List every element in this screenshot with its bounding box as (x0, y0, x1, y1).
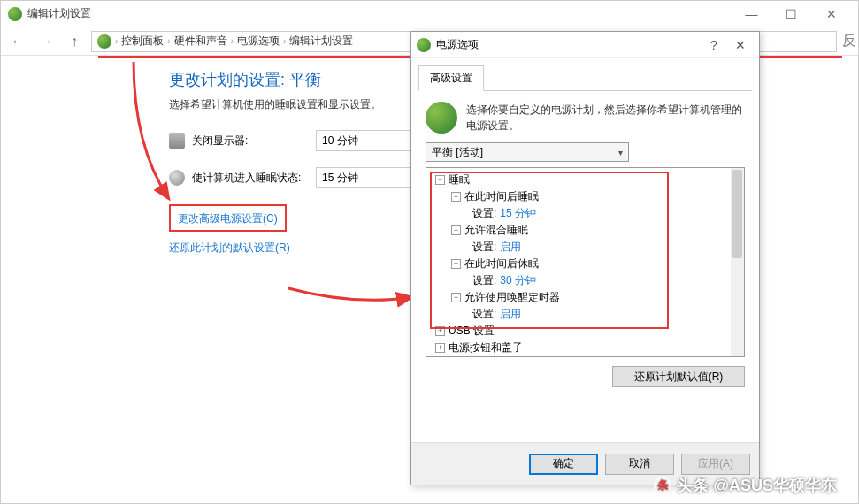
setting-value-display[interactable]: 10 分钟 (316, 130, 413, 151)
minimize-button[interactable]: — (732, 1, 771, 27)
help-button[interactable]: ? (701, 38, 727, 52)
collapse-icon[interactable]: − (451, 259, 461, 269)
dialog-titlebar: 电源选项 ? ✕ (411, 32, 759, 58)
expand-icon[interactable]: + (435, 326, 445, 336)
cancel-button[interactable]: 取消 (605, 454, 674, 475)
chevron-down-icon: ▾ (618, 148, 623, 157)
scrollbar-thumb[interactable] (732, 170, 742, 258)
setting-label: 使计算机进入睡眠状态: (192, 171, 316, 186)
forward-button[interactable]: → (35, 30, 58, 53)
crumb[interactable]: 硬件和声音 (174, 34, 227, 49)
tree-setting-label: 设置: (472, 307, 496, 322)
restore-plan-defaults-button[interactable]: 还原计划默认值(R) (612, 366, 745, 387)
dialog-instruction: 选择你要自定义的电源计划，然后选择你希望计算机管理的电源设置。 (466, 102, 745, 134)
power-options-dialog: 电源选项 ? ✕ 高级设置 选择你要自定义的电源计划，然后选择你希望计算机管理的… (410, 31, 760, 485)
collapse-icon[interactable]: − (451, 293, 461, 302)
tree-setting-value[interactable]: 启用 (500, 240, 521, 255)
tree-node-sleep[interactable]: 睡眠 (449, 172, 470, 187)
tree-node[interactable]: USB 设置 (449, 324, 495, 339)
app-icon (8, 7, 22, 21)
annotation-arrow (284, 284, 417, 310)
ok-button[interactable]: 确定 (529, 454, 598, 475)
tree-node[interactable]: 在此时间后睡眠 (464, 189, 539, 204)
collapse-icon[interactable]: − (451, 225, 461, 235)
window-title: 编辑计划设置 (27, 6, 732, 21)
monitor-icon (169, 133, 185, 149)
advanced-settings-link[interactable]: 更改高级电源设置(C) (178, 212, 278, 225)
restore-defaults-link[interactable]: 还原此计划的默认设置(R) (169, 241, 290, 256)
close-button[interactable]: ✕ (811, 1, 851, 27)
watermark-icon: 条 (654, 477, 671, 494)
tree-node[interactable]: 电源按钮和盖子 (449, 340, 523, 355)
collapse-icon[interactable]: − (451, 192, 461, 202)
apply-button[interactable]: 应用(A) (681, 454, 750, 475)
sleep-icon (169, 170, 185, 186)
tree-setting-value[interactable]: 30 分钟 (500, 273, 536, 288)
watermark: 条 头条 @ASUS华硕华东 (654, 475, 837, 496)
up-button[interactable]: ↑ (63, 30, 86, 53)
setting-label: 关闭显示器: (192, 134, 316, 149)
location-icon (97, 34, 111, 49)
tree-setting-value[interactable]: 15 分钟 (500, 206, 536, 221)
titlebar: 编辑计划设置 — ☐ ✕ (1, 1, 858, 27)
collapse-icon[interactable]: − (435, 175, 445, 185)
tab-advanced[interactable]: 高级设置 (418, 65, 484, 91)
crumb[interactable]: 编辑计划设置 (289, 34, 353, 49)
power-icon (426, 102, 457, 134)
breadcrumb-overflow: 反 (842, 32, 853, 50)
expand-icon[interactable]: + (435, 343, 445, 353)
scrollbar[interactable] (731, 168, 744, 356)
tree-node[interactable]: 允许混合睡眠 (464, 223, 528, 238)
tree-setting-label: 设置: (472, 273, 496, 288)
setting-value-sleep[interactable]: 15 分钟 (316, 167, 413, 188)
crumb[interactable]: 电源选项 (237, 34, 280, 49)
crumb[interactable]: 控制面板 (121, 34, 164, 49)
dialog-icon (417, 38, 431, 52)
annotation-highlight: 更改高级电源设置(C) (169, 204, 287, 232)
dialog-title: 电源选项 (436, 37, 701, 52)
dialog-close-button[interactable]: ✕ (727, 38, 754, 52)
tree-setting-value[interactable]: 启用 (500, 307, 521, 322)
maximize-button[interactable]: ☐ (771, 1, 811, 27)
plan-combo[interactable]: 平衡 [活动]▾ (426, 142, 629, 162)
tab-strip: 高级设置 (418, 65, 752, 91)
tree-node[interactable]: 在此时间后休眠 (464, 256, 539, 271)
settings-tree[interactable]: −睡眠 −在此时间后睡眠 设置:15 分钟 −允许混合睡眠 设置:启用 −在此时… (426, 167, 745, 357)
tree-setting-label: 设置: (472, 206, 496, 221)
tree-setting-label: 设置: (472, 240, 496, 255)
back-button[interactable]: ← (6, 30, 29, 53)
tree-node[interactable]: 允许使用唤醒定时器 (464, 290, 560, 305)
